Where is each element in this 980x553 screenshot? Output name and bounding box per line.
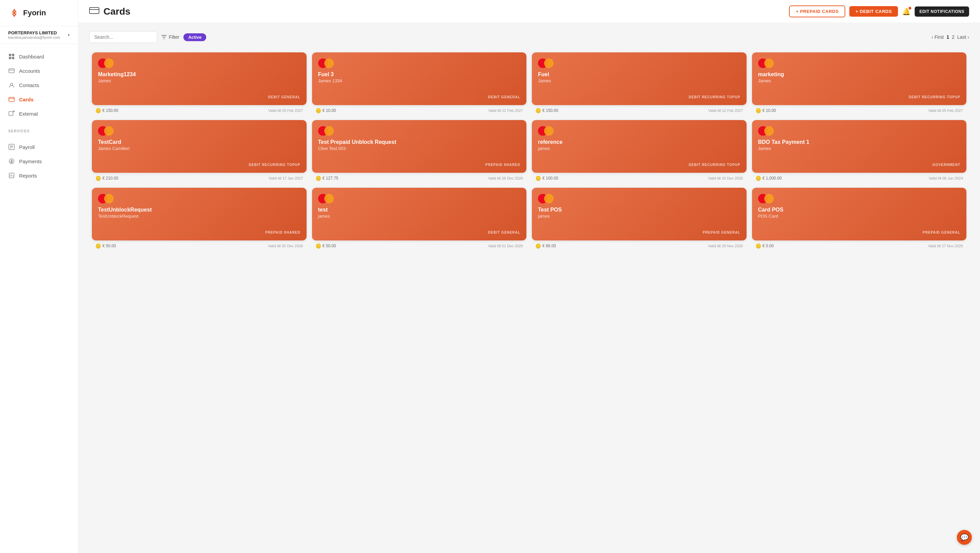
card-owner: TestUnblockRequest <box>98 214 301 219</box>
sidebar-item-reports[interactable]: Reports <box>0 168 78 183</box>
card-valid-date: Valid till 20 Dec 2026 <box>708 176 743 180</box>
mc-circle-right <box>764 194 774 203</box>
card-item[interactable]: Test POS james PREPAID GENERAL <box>532 188 746 240</box>
sidebar-label-payroll: Payroll <box>19 144 35 150</box>
add-prepaid-button[interactable]: + PREPAID CARDS <box>789 5 845 17</box>
pagination-page-2[interactable]: 2 <box>952 34 955 40</box>
card-valid-date: Valid till 01 Dec 2026 <box>488 244 523 248</box>
pagination-page-1[interactable]: 1 <box>946 34 949 40</box>
card-cell: TestUnblockRequest TestUnblockRequest PR… <box>89 185 309 253</box>
card-item[interactable]: Fuel 3 James 1334 DEBIT GENERAL <box>312 52 527 105</box>
card-item[interactable]: Marketing1234 James DEBIT GENERAL <box>92 52 307 105</box>
card-name: TestUnblockRequest <box>98 207 301 213</box>
card-type-label: PREPAID GENERAL <box>538 230 740 234</box>
pagination-first[interactable]: ‹ First <box>932 34 944 40</box>
header-card-icon <box>89 6 99 17</box>
card-footer: 🪙 € 86.00 Valid till 28 Nov 2026 <box>532 240 746 250</box>
notification-bell[interactable]: 🔔 <box>902 8 911 16</box>
sidebar-item-contacts[interactable]: Contacts <box>0 78 78 92</box>
sidebar-label-reports: Reports <box>19 173 37 178</box>
sidebar-item-payroll[interactable]: Payroll <box>0 140 78 154</box>
card-name: Test POS <box>538 207 740 213</box>
pagination-last[interactable]: Last › <box>957 34 969 40</box>
card-item[interactable]: BDO Tax Payment 1 James GOVERNMENT <box>752 120 967 173</box>
card-item[interactable]: reference james DEBIT RECURRING TOPUP <box>532 120 746 173</box>
app-logo-text: Fyorin <box>23 8 46 17</box>
card-balance-value: € 1,000.00 <box>762 176 782 181</box>
card-item[interactable]: test james DEBIT GENERAL <box>312 188 527 240</box>
coin-icon: 🪙 <box>95 108 101 113</box>
card-name: test <box>318 207 520 213</box>
svg-rect-11 <box>9 111 13 116</box>
sidebar-item-payments[interactable]: Payments <box>0 154 78 168</box>
mc-circle-right <box>764 59 774 68</box>
card-owner: POS Card <box>758 214 961 219</box>
card-balance: 🪙 € 10.00 <box>315 108 336 113</box>
card-cell: Test POS james PREPAID GENERAL 🪙 € 86.00… <box>529 185 749 253</box>
sidebar-item-dashboard[interactable]: Dashboard <box>0 49 78 64</box>
notification-dot <box>908 7 911 10</box>
card-owner: james <box>318 214 520 219</box>
card-name: BDO Tax Payment 1 <box>758 139 961 145</box>
sidebar-item-external[interactable]: External <box>0 106 78 121</box>
card-footer: 🪙 € 10.00 Valid till 05 Feb 2027 <box>752 105 967 114</box>
card-item[interactable]: TestUnblockRequest TestUnblockRequest PR… <box>92 188 307 240</box>
card-footer: 🪙 € 10.00 Valid till 12 Feb 2027 <box>312 105 527 114</box>
svg-rect-6 <box>9 69 14 73</box>
payments-icon <box>8 158 15 165</box>
card-owner: James Camilleri <box>98 146 301 151</box>
card-footer: 🪙 € 127.75 Valid till 26 Dec 2026 <box>312 173 527 182</box>
mc-circle-right <box>544 194 554 203</box>
mastercard-logo <box>758 59 961 68</box>
header-left: Cards <box>89 6 130 17</box>
mc-circle-right <box>324 59 334 68</box>
card-type-label: DEBIT RECURRING TOPUP <box>538 95 740 99</box>
card-cell: BDO Tax Payment 1 James GOVERNMENT 🪙 € 1… <box>749 118 969 185</box>
cards-toolbar: Filter Active ‹ First 1 2 Last › <box>89 31 969 43</box>
card-type-label: DEBIT RECURRING TOPUP <box>98 163 301 167</box>
dashboard-icon <box>8 53 15 60</box>
card-balance: 🪙 € 1,000.00 <box>756 175 782 181</box>
sidebar-item-accounts[interactable]: Accounts <box>0 64 78 78</box>
card-valid-date: Valid till 05 Dec 2026 <box>268 244 303 248</box>
coin-icon: 🪙 <box>535 108 541 113</box>
chat-bubble[interactable]: 💬 <box>957 530 972 545</box>
card-type-label: PREPAID GENERAL <box>758 230 961 234</box>
svg-rect-4 <box>9 57 11 59</box>
card-item[interactable]: Fuel James DEBIT RECURRING TOPUP <box>532 52 746 105</box>
card-balance: 🪙 € 210.00 <box>95 175 118 181</box>
filter-button[interactable]: Filter <box>161 34 179 40</box>
cards-icon <box>8 96 15 103</box>
mastercard-logo <box>758 194 961 203</box>
active-filter-badge[interactable]: Active <box>183 33 206 41</box>
mc-circle-right <box>104 194 114 203</box>
services-nav: Payroll Payments Reports <box>0 134 78 188</box>
company-selector[interactable]: PORTERPAYS LIMITED karolina.jarosinska@f… <box>0 26 78 44</box>
mastercard-logo <box>318 59 520 68</box>
accounts-icon <box>8 67 15 74</box>
mc-circle-right <box>544 59 554 68</box>
sidebar-label-dashboard: Dashboard <box>19 54 44 59</box>
card-balance: 🪙 € 150.00 <box>535 108 558 113</box>
card-item[interactable]: marketing James DEBIT RECURRING TOPUP <box>752 52 967 105</box>
company-email: karolina.jarosinska@fyorin.com <box>8 35 60 40</box>
coin-icon: 🪙 <box>95 243 101 249</box>
coin-icon: 🪙 <box>315 175 321 181</box>
card-item[interactable]: Card POS POS Card PREPAID GENERAL <box>752 188 967 240</box>
card-balance: 🪙 € 0.00 <box>756 243 774 249</box>
mc-circle-right <box>764 126 774 136</box>
mastercard-logo <box>538 59 740 68</box>
card-type-label: DEBIT RECURRING TOPUP <box>758 95 961 99</box>
sidebar-item-cards[interactable]: Cards <box>0 92 78 106</box>
card-item[interactable]: TestCard James Camilleri DEBIT RECURRING… <box>92 120 307 173</box>
card-item[interactable]: Test Prepaid Unblock Request Clive Test … <box>312 120 527 173</box>
add-debit-button[interactable]: + DEBIT CARDS <box>850 6 898 17</box>
content-area: Filter Active ‹ First 1 2 Last › Marketi… <box>78 23 980 553</box>
edit-notifications-button[interactable]: EDIT NOTIFICATIONS <box>915 6 969 17</box>
card-name: marketing <box>758 72 961 78</box>
fyorin-logo-icon <box>8 7 21 19</box>
card-balance-value: € 150.00 <box>542 108 558 113</box>
card-valid-date: Valid till 26 Dec 2026 <box>488 176 523 180</box>
search-input[interactable] <box>89 31 157 43</box>
card-footer: 🪙 € 50.00 Valid till 05 Dec 2026 <box>92 240 307 250</box>
